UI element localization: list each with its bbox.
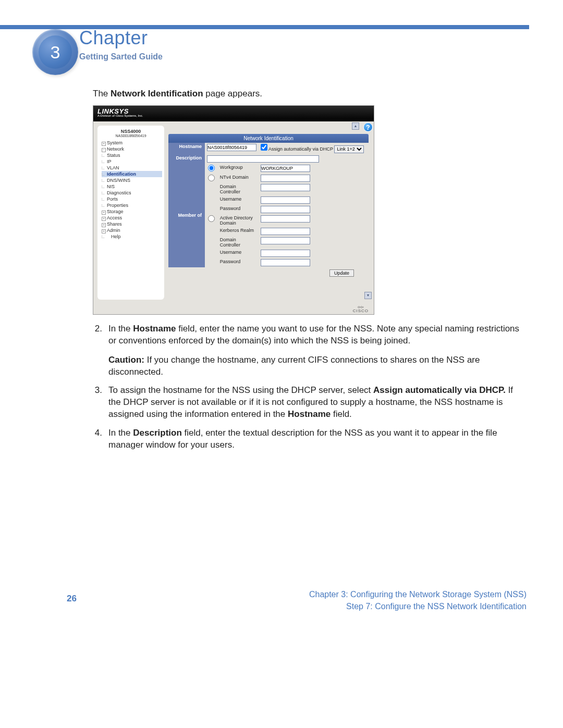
chapter-number: 3: [39, 35, 72, 69]
p3-number: 3.: [93, 385, 102, 421]
ntv4-pass-input[interactable]: [261, 206, 310, 213]
ntv4-user-input[interactable]: [261, 196, 310, 204]
nav-ip[interactable]: IP: [102, 158, 162, 165]
device-name: NSS4000: [100, 129, 162, 134]
intro-pre: The: [93, 89, 111, 98]
nav-status[interactable]: Status: [102, 152, 162, 158]
panel-title: Network Identification: [168, 134, 369, 143]
ntv4-input[interactable]: [261, 175, 310, 182]
chapter-subtitle: Getting Sarted Guide: [79, 52, 163, 61]
ad-dc-input[interactable]: [261, 237, 310, 244]
device-id: NAS0018f8056419: [100, 134, 162, 138]
footer-line2: Step 7: Configure the NSS Network Identi…: [309, 601, 527, 612]
workgroup-label: Workgroup: [218, 164, 259, 174]
ad-label: Active Directory Domain: [218, 214, 259, 227]
nav-tree: System Network Status IP VLAN Identifica…: [100, 140, 162, 240]
page-number: 26: [67, 594, 77, 604]
nav-admin[interactable]: Admin: [102, 227, 162, 233]
sidebar-panel: NSS4000 NAS0018f8056419 System Network S…: [97, 126, 164, 300]
nav-access[interactable]: Access: [102, 215, 162, 221]
update-button[interactable]: Update: [329, 269, 354, 277]
ad-pass-label: Password: [218, 258, 259, 267]
ntv4-radio[interactable]: [208, 175, 215, 181]
nav-storage[interactable]: Storage: [102, 208, 162, 215]
nav-help[interactable]: Help: [102, 233, 162, 240]
form-table: Hostname Assign automatically via DHCP L…: [168, 143, 369, 267]
scroll-down-icon[interactable]: ▾: [364, 292, 372, 299]
help-icon[interactable]: ?: [363, 122, 373, 132]
nav-network[interactable]: Network: [102, 146, 162, 152]
paragraph-2: 2. In the Hostname field, enter the name…: [93, 323, 520, 347]
description-label: Description: [168, 154, 205, 164]
ad-radio[interactable]: [208, 215, 215, 222]
paragraph-3: 3. To assign the hostname for the NSS us…: [93, 385, 520, 421]
linksys-banner: LINKSYS A Division of Cisco Systems, Inc…: [93, 106, 374, 121]
ntv4-dc-label: Domain Controller: [218, 183, 259, 195]
p2-number: 2.: [93, 323, 102, 347]
caution-paragraph: Caution: If you change the hostname, any…: [93, 354, 505, 378]
nav-dnswins[interactable]: DNS/WINS: [102, 177, 162, 183]
cisco-text: CISCO: [353, 309, 369, 313]
description-input[interactable]: [207, 155, 319, 163]
main-panel: ? ▴ Network Identification Hostname Assi…: [166, 121, 374, 302]
footer-line1: Chapter 3: Configuring the Network Stora…: [309, 589, 527, 600]
screenshot-container: LINKSYS A Division of Cisco Systems, Inc…: [93, 105, 374, 315]
brand-tagline: A Division of Cisco Systems, Inc.: [97, 114, 370, 117]
member-of-label: Member of: [168, 164, 205, 267]
nav-vlan[interactable]: VLAN: [102, 165, 162, 171]
hostname-label: Hostname: [168, 143, 205, 154]
chapter-badge: 3: [32, 29, 78, 75]
nav-diagnostics[interactable]: Diagnostics: [102, 190, 162, 196]
ad-user-input[interactable]: [261, 250, 310, 257]
ntv4-dc-input[interactable]: [261, 184, 310, 191]
kerberos-input[interactable]: [261, 228, 310, 235]
assign-auto-checkbox[interactable]: [261, 144, 267, 151]
nav-properties[interactable]: Properties: [102, 202, 162, 208]
nav-system[interactable]: System: [102, 140, 162, 146]
ad-dc-label: Domain Controller: [218, 236, 259, 249]
intro-sentence: The Network Identification page appears.: [93, 89, 520, 99]
workgroup-input[interactable]: [261, 165, 310, 172]
ad-pass-input[interactable]: [261, 259, 310, 266]
nav-shares[interactable]: Shares: [102, 221, 162, 227]
ntv4-label: NTv4 Domain: [218, 174, 259, 183]
intro-post: page appears.: [203, 89, 262, 98]
nav-nis[interactable]: NIS: [102, 183, 162, 190]
workgroup-radio[interactable]: [208, 165, 215, 171]
nav-identification[interactable]: Identification: [102, 171, 162, 177]
kerberos-label: Kerberos Realm: [218, 227, 259, 236]
p4-number: 4.: [93, 427, 102, 451]
ntv4-user-label: Username: [218, 195, 259, 205]
ntv4-pass-label: Password: [218, 205, 259, 214]
assign-auto-label: Assign automatically via DHCP: [268, 146, 333, 152]
intro-bold: Network Identification: [111, 89, 203, 98]
cisco-logo: ı|ıı|ıı CISCO: [353, 305, 369, 313]
nav-ports[interactable]: Ports: [102, 196, 162, 202]
chapter-label: Chapter: [79, 27, 148, 49]
hostname-input[interactable]: [207, 144, 256, 151]
paragraph-4: 4. In the Description field, enter the t…: [93, 427, 520, 451]
ad-input[interactable]: [261, 215, 310, 223]
ad-user-label: Username: [218, 249, 259, 258]
dhcp-link-select[interactable]: Link 1+2: [334, 145, 364, 153]
scroll-up-icon[interactable]: ▴: [352, 122, 359, 130]
footer-text: Chapter 3: Configuring the Network Stora…: [309, 589, 527, 612]
